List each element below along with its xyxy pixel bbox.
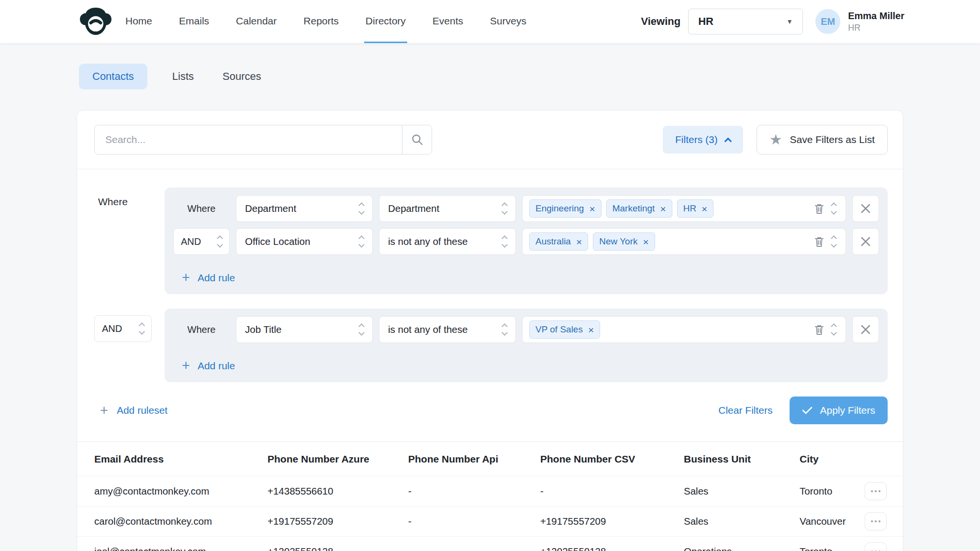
connector-value: AND	[181, 236, 201, 247]
values-caret-icon[interactable]	[832, 203, 836, 214]
rule-connector-select[interactable]: AND	[173, 228, 230, 255]
col-header-phone-azure: Phone Number Azure	[267, 453, 408, 465]
nav-item-home[interactable]: Home	[124, 0, 154, 43]
rule-row: Where Department Department Engineering …	[173, 195, 879, 222]
search-input[interactable]	[95, 125, 402, 154]
nav-item-calendar[interactable]: Calendar	[234, 0, 278, 43]
trash-icon[interactable]	[814, 203, 824, 214]
rule-values-input[interactable]: Australia × New York ×	[522, 228, 846, 255]
main-nav: Home Emails Calendar Reports Directory E…	[124, 0, 528, 43]
tag-remove-icon[interactable]: ×	[576, 237, 582, 247]
clear-filters-link[interactable]: Clear Filters	[718, 405, 772, 416]
nav-item-directory[interactable]: Directory	[364, 0, 407, 43]
search-button[interactable]	[402, 125, 432, 154]
value-tag: Australia ×	[529, 232, 588, 251]
viewing-label: Viewing	[641, 15, 680, 28]
value-tag: HR ×	[677, 199, 714, 218]
viewing-select[interactable]: HR ▼	[688, 9, 803, 34]
star-icon: ★	[769, 132, 782, 147]
trash-icon[interactable]	[814, 324, 824, 335]
row-actions-button[interactable]: •••	[865, 482, 887, 500]
cell-phone-api: -	[408, 516, 540, 527]
ruleset-1-box: Where Department Department Engineering …	[165, 187, 888, 294]
row-actions-button[interactable]: •••	[865, 512, 887, 530]
filter-builder: Where Where Department Department	[77, 169, 903, 439]
ruleset-connector-label: Where	[94, 194, 165, 208]
tag-remove-icon[interactable]: ×	[702, 204, 707, 214]
row-actions-button[interactable]: •••	[865, 542, 887, 551]
contactmonkey-logo-icon[interactable]	[79, 7, 112, 36]
add-ruleset-button[interactable]: + Add ruleset	[100, 404, 167, 418]
cell-business-unit: Operations	[684, 546, 800, 551]
values-actions	[814, 324, 839, 335]
value-tag-label: New York	[599, 236, 637, 247]
rule-values-input[interactable]: Engineering × Marketingt × HR ×	[522, 195, 846, 222]
tab-lists[interactable]: Lists	[168, 64, 198, 89]
plus-icon: +	[182, 359, 190, 373]
top-navigation-bar: Home Emails Calendar Reports Directory E…	[0, 0, 980, 43]
user-role: HR	[848, 23, 904, 33]
save-filters-as-list-button[interactable]: ★ Save Filters as List	[757, 125, 888, 154]
values-caret-icon[interactable]	[832, 236, 836, 247]
field-select[interactable]: Job Title	[236, 316, 373, 343]
field-select-value: Job Title	[245, 324, 281, 335]
remove-rule-button[interactable]	[852, 316, 879, 343]
add-rule-button[interactable]: + Add rule	[182, 271, 235, 285]
value-tag-label: Marketingt	[612, 203, 655, 214]
dropdown-arrow-icon: ▼	[786, 18, 793, 25]
values-caret-icon[interactable]	[832, 324, 836, 335]
rule-values-input[interactable]: VP of Sales ×	[522, 316, 846, 343]
ruleset-connector-select[interactable]: AND	[94, 315, 152, 342]
cell-email: carol@contactmonkey.com	[94, 516, 267, 527]
select-caret-icon	[502, 324, 507, 335]
select-caret-icon	[359, 203, 364, 214]
remove-rule-button[interactable]	[852, 195, 879, 222]
values-actions	[814, 203, 839, 214]
value-tag-label: VP of Sales	[535, 324, 583, 335]
tag-remove-icon[interactable]: ×	[660, 204, 666, 214]
ruleset-2-gutter: AND	[94, 309, 165, 382]
add-rule-label: Add rule	[198, 360, 235, 372]
value-tag: VP of Sales ×	[529, 320, 600, 339]
field-select[interactable]: Office Location	[236, 228, 373, 255]
search-filter-bar: Filters (3) ★ Save Filters as List	[77, 110, 903, 169]
operator-select[interactable]: is not any of these	[379, 316, 516, 343]
nav-item-reports[interactable]: Reports	[302, 0, 340, 43]
cell-phone-azure: +19175557209	[267, 516, 408, 527]
filters-toggle-button[interactable]: Filters (3)	[663, 126, 743, 154]
field-select[interactable]: Department	[236, 195, 373, 222]
remove-rule-button[interactable]	[852, 228, 879, 255]
cell-email: joel@contactmonkey.com	[94, 546, 267, 551]
plus-icon: +	[100, 404, 108, 418]
trash-icon[interactable]	[814, 236, 824, 247]
cell-city: Toronto	[800, 485, 865, 497]
apply-filters-button[interactable]: Apply Filters	[790, 397, 888, 424]
operator-select[interactable]: is not any of these	[379, 228, 516, 255]
field-select-value: Department	[245, 203, 296, 214]
add-ruleset-label: Add ruleset	[117, 405, 167, 416]
nav-item-emails[interactable]: Emails	[178, 0, 211, 43]
rule-connector-label: Where	[173, 316, 230, 343]
select-caret-icon	[140, 323, 144, 334]
nav-item-events[interactable]: Events	[431, 0, 465, 43]
filters-toggle-label: Filters (3)	[675, 134, 718, 145]
cell-phone-api: -	[408, 485, 540, 497]
tab-sources[interactable]: Sources	[219, 64, 265, 89]
col-header-city: City	[800, 453, 865, 465]
user-avatar[interactable]: EM	[815, 9, 840, 34]
operator-select-value: is not any of these	[388, 236, 468, 247]
tag-remove-icon[interactable]: ×	[588, 325, 594, 335]
operator-select[interactable]: Department	[379, 195, 516, 222]
value-tag-label: Engineering	[535, 203, 584, 214]
cell-city: Vancouver	[800, 516, 865, 527]
tag-remove-icon[interactable]: ×	[589, 204, 595, 214]
close-icon	[860, 324, 871, 335]
filter-actions: Filters (3) ★ Save Filters as List	[663, 125, 888, 154]
add-rule-button[interactable]: + Add rule	[182, 359, 235, 373]
tab-contacts[interactable]: Contacts	[79, 64, 147, 89]
ruleset-2-box: Where Job Title is not any of these VP o…	[165, 309, 888, 382]
search-icon	[411, 133, 423, 146]
topbar-right-group: Viewing HR ▼ EM Emma Miller HR	[641, 9, 904, 34]
tag-remove-icon[interactable]: ×	[643, 237, 648, 247]
nav-item-surveys[interactable]: Surveys	[489, 0, 528, 43]
